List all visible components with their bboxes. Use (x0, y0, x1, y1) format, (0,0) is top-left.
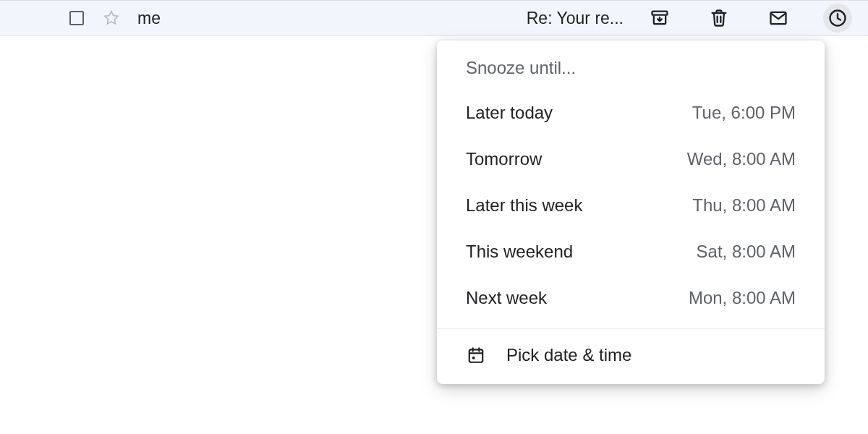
snooze-option-time: Wed, 8:00 AM (687, 149, 796, 169)
snooze-menu-title: Snooze until... (437, 58, 825, 90)
svg-rect-3 (469, 349, 482, 362)
star-button[interactable] (103, 9, 120, 27)
snooze-button[interactable] (823, 4, 852, 33)
snooze-menu: Snooze until... Later today Tue, 6:00 PM… (437, 41, 825, 384)
mark-unread-button[interactable] (764, 4, 793, 33)
email-row[interactable]: me Re: Your re... (0, 0, 868, 36)
snooze-option-label: Later this week (466, 195, 582, 216)
pick-date-time-option[interactable]: Pick date & time (437, 329, 825, 381)
svg-rect-0 (652, 12, 668, 15)
calendar-icon (466, 345, 486, 365)
archive-button[interactable] (645, 4, 674, 33)
snooze-option-later-this-week[interactable]: Later this week Thu, 8:00 AM (437, 182, 825, 229)
star-icon (103, 9, 120, 27)
email-sender: me (137, 9, 527, 28)
snooze-option-time: Thu, 8:00 AM (692, 195, 796, 216)
snooze-option-tomorrow[interactable]: Tomorrow Wed, 8:00 AM (437, 136, 825, 182)
snooze-option-label: This weekend (466, 242, 573, 262)
snooze-option-label: Later today (466, 103, 553, 123)
snooze-option-next-week[interactable]: Next week Mon, 8:00 AM (437, 275, 825, 321)
archive-icon (650, 8, 670, 28)
envelope-icon (768, 8, 788, 28)
trash-icon (709, 8, 729, 28)
svg-point-4 (472, 357, 475, 359)
snooze-option-time: Sat, 8:00 AM (697, 242, 796, 262)
clock-icon (827, 8, 848, 28)
snooze-option-this-weekend[interactable]: This weekend Sat, 8:00 AM (437, 229, 825, 275)
snooze-option-label: Next week (466, 288, 547, 308)
delete-button[interactable] (705, 4, 733, 33)
snooze-option-time: Tue, 6:00 PM (692, 103, 796, 123)
pick-date-time-label: Pick date & time (506, 345, 631, 365)
email-subject: Re: Your re... (527, 9, 624, 28)
snooze-option-later-today[interactable]: Later today Tue, 6:00 PM (437, 90, 825, 136)
select-checkbox[interactable] (69, 11, 84, 25)
snooze-option-time: Mon, 8:00 AM (689, 288, 796, 308)
email-action-icons (645, 4, 859, 33)
snooze-option-label: Tomorrow (466, 149, 542, 169)
